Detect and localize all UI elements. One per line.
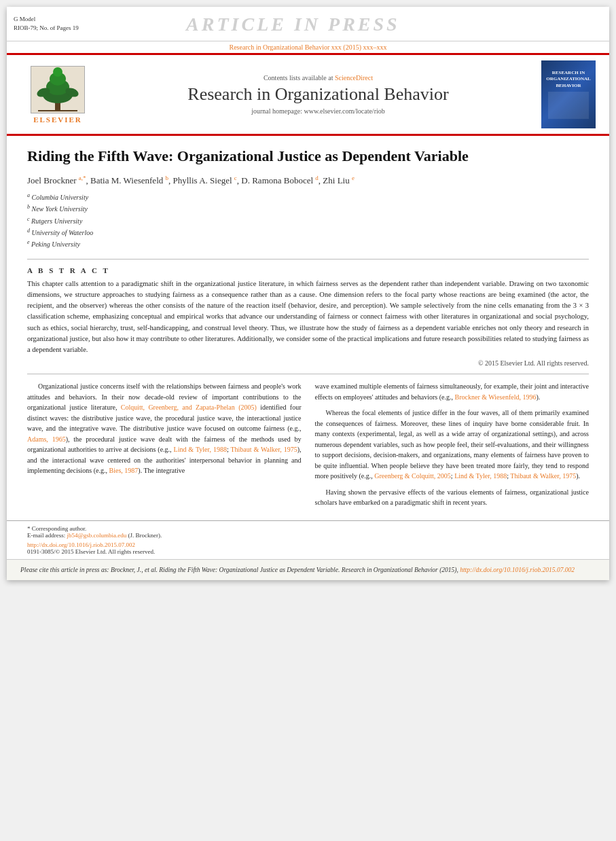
body-col-left: Organizational justice concerns itself w… [27,381,302,514]
article-title: Riding the Fifth Wave: Organizational Ju… [27,147,589,166]
lind-tyler-ref[interactable]: Lind & Tyler, 1988 [174,446,227,453]
elsevier-logo: ELSEVIER [20,66,95,124]
citation-text: Please cite this article in press as: Br… [20,567,340,573]
article-content: Riding the Fifth Wave: Organizational Ju… [7,136,609,520]
doi-line: http://dx.doi.org/10.1016/j.riob.2015.07… [27,541,589,548]
footnote-email[interactable]: jb54@gsb.columbia.edu [67,532,126,539]
footnote-email-line: E-mail address: jb54@gsb.columbia.edu (J… [27,532,589,539]
colquitt-ref[interactable]: Colquitt, Greenberg, and Zapata-Phelan (… [121,404,257,411]
sciencedirect-link[interactable]: ScienceDirect [335,74,373,82]
doi-link[interactable]: http://dx.doi.org/10.1016/j.riob.2015.07… [27,541,135,548]
citation-year: (2015), [439,567,458,573]
footnote-name: (J. Brockner). [128,532,162,539]
body-two-col: Organizational justice concerns itself w… [27,381,589,514]
body-col-right: wave examined multiple elements of fairn… [315,381,590,514]
contents-line: Contents lists available at ScienceDirec… [106,74,530,82]
adams-ref[interactable]: Adams, 1965 [27,435,66,443]
divider-2 [27,374,589,374]
top-banner: G Model RIOB-79; No. of Pages 19 ARTICLE… [7,7,609,41]
abstract-text: This chapter calls attention to a paradi… [27,279,589,356]
body-para-1: Organizational justice concerns itself w… [27,381,302,476]
article-in-press-label: ARTICLE IN PRESS [186,10,400,38]
journal-title-header: Research in Organizational Behavior [106,84,530,105]
page: G Model RIOB-79; No. of Pages 19 ARTICLE… [7,7,609,580]
footnote-star-line: * Corresponding author. [27,525,589,532]
journal-cover-text: RESEARCH INORGANIZATIONALBEHAVIOR [546,70,591,88]
svg-point-5 [53,67,62,77]
footnote-email-label: E-mail address: [27,532,65,539]
greenberg-ref[interactable]: Greenberg & Colquitt, 2005 [374,472,451,480]
thibaut-ref2[interactable]: Thibaut & Walker, 1975 [510,472,576,480]
footnote-star: * Corresponding author. [27,525,86,532]
journal-homepage: journal homepage: www.elsevier.com/locat… [106,107,530,115]
thibaut-ref[interactable]: Thibaut & Walker, 1975 [230,446,297,453]
lind-tyler-ref2[interactable]: Lind & Tyler, 1988 [454,472,507,480]
journal-header: ELSEVIER Contents lists available at Sci… [7,53,609,136]
elsevier-tree-graphic [31,66,85,113]
journal-ref-line: Research in Organizational Behavior xxx … [7,41,609,53]
model-info: G Model RIOB-79; No. of Pages 19 [14,15,79,32]
brockner-ref[interactable]: Brockner & Wiesenfeld, 1996 [455,393,537,401]
body-para-2: wave examined multiple elements of fairn… [315,381,590,402]
journal-cover: RESEARCH INORGANIZATIONALBEHAVIOR [541,60,596,128]
divider-1 [27,259,589,260]
citation-box: Please cite this article in press as: Br… [7,559,609,580]
elsevier-text: ELSEVIER [33,115,82,124]
abstract-label: A B S T R A C T [27,266,589,274]
journal-info: Contents lists available at ScienceDirec… [106,74,530,115]
model-label: G Model [14,15,79,24]
citation-journal: Research in Organizational Behavior [342,567,438,573]
footnote-area: * Corresponding author. E-mail address: … [7,520,609,559]
body-para-3: Whereas the focal elements of justice di… [315,408,590,482]
svg-rect-1 [38,110,77,111]
journal-code: RIOB-79; No. of Pages 19 [14,24,79,33]
issn-line: 0191-3085/© 2015 Elsevier Ltd. All right… [27,548,589,555]
body-para-4: Having shown the pervasive effects of th… [315,487,590,508]
abstract-section: A B S T R A C T This chapter calls atten… [27,266,589,368]
journal-ref: Research in Organizational Behavior xxx … [230,43,387,51]
affiliations: a Columbia University b New York Univers… [27,192,589,251]
copyright: © 2015 Elsevier Ltd. All rights reserved… [27,359,589,367]
citation-doi[interactable]: http://dx.doi.org/10.1016/j.riob.2015.07… [460,567,575,573]
authors-line: Joel Brockner a,*, Batia M. Wiesenfeld b… [27,175,589,186]
bies-ref[interactable]: Bies, 1987 [109,467,139,474]
